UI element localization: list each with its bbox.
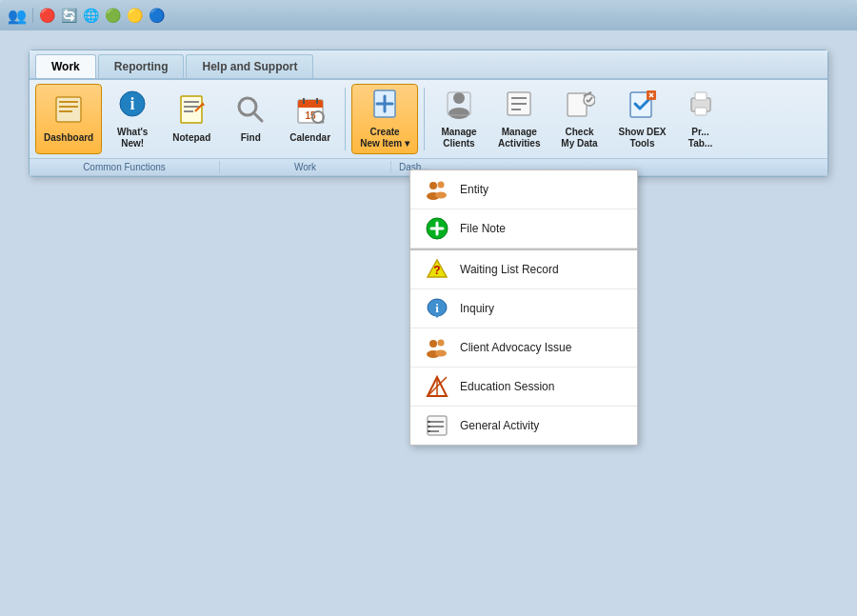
create-new-button[interactable]: CreateNew Item ▾ [351, 84, 418, 154]
dropdown-general-activity[interactable]: General Activity [410, 407, 637, 445]
icon-power[interactable]: 🔴 [39, 8, 55, 23]
create-new-label: CreateNew Item ▾ [360, 127, 409, 149]
manage-clients-label: ManageClients [441, 127, 476, 149]
check-my-data-label: CheckMy Data [561, 127, 597, 149]
dashboard-icon [53, 94, 84, 129]
svg-line-21 [322, 121, 324, 123]
client-advocacy-label: Client Advocacy Issue [460, 341, 571, 354]
toolbar-sep-2 [424, 88, 425, 150]
find-icon [235, 94, 266, 129]
svg-rect-7 [184, 101, 199, 103]
svg-text:i: i [130, 94, 135, 113]
calendar-label: Calendar [289, 132, 330, 144]
tab-help[interactable]: Help and Support [186, 54, 313, 78]
general-activity-icon [426, 414, 448, 437]
file-note-label: File Note [460, 222, 506, 235]
show-dex-tools-label: Show DEXTools [619, 127, 667, 149]
manage-activities-label: ManageActivities [498, 127, 540, 149]
dashboard-label: Dashboard [44, 132, 93, 144]
manage-clients-button[interactable]: ManageClients [430, 84, 488, 154]
svg-point-57 [429, 340, 437, 348]
dropdown-client-advocacy[interactable]: Client Advocacy Issue [410, 328, 637, 368]
create-new-dropdown: Entity File Note ? Waiting List Record [409, 169, 638, 446]
calendar-button[interactable]: 15 Calendar [281, 84, 339, 154]
icon-green[interactable]: 🟢 [105, 8, 121, 23]
svg-rect-32 [568, 93, 587, 116]
section-common: Common Functions [30, 161, 220, 173]
whats-new-label: What'sNew! [117, 127, 148, 149]
svg-rect-43 [695, 92, 707, 100]
dropdown-education-session[interactable]: Education Session [410, 368, 637, 407]
svg-rect-6 [181, 96, 202, 123]
svg-text:i: i [435, 301, 439, 315]
manage-activities-icon [504, 89, 534, 124]
file-note-icon [426, 217, 448, 240]
icon-refresh[interactable]: 🔄 [61, 8, 77, 23]
education-session-label: Education Session [460, 380, 554, 393]
svg-point-59 [438, 340, 445, 347]
inquiry-label: Inquiry [460, 302, 494, 315]
calendar-icon: 15 [295, 94, 326, 129]
notepad-label: Notepad [172, 132, 210, 144]
dropdown-entity[interactable]: Entity [410, 170, 637, 209]
manage-clients-icon [444, 89, 474, 124]
section-work: Work [220, 161, 391, 173]
main-window: Work Reporting Help and Support Dashboar… [29, 50, 828, 177]
title-bar-sep [32, 8, 33, 23]
print-tab-icon [686, 89, 716, 124]
whats-new-button[interactable]: i What'sNew! [104, 84, 161, 154]
tab-bar: Work Reporting Help and Support [30, 50, 827, 80]
dropdown-waiting-list[interactable]: ? Waiting List Record [410, 250, 637, 289]
client-advocacy-icon [426, 336, 448, 359]
find-label: Find [241, 132, 261, 144]
print-tab-label: Pr...Tab... [688, 127, 712, 149]
show-dex-tools-icon [628, 89, 658, 124]
svg-rect-16 [298, 106, 323, 108]
show-dex-tools-button[interactable]: Show DEXTools [610, 84, 675, 154]
notepad-icon [176, 94, 207, 129]
svg-line-13 [254, 113, 262, 121]
entity-label: Entity [460, 183, 488, 196]
svg-rect-2 [59, 106, 78, 108]
notepad-button[interactable]: Notepad [163, 84, 220, 154]
svg-point-26 [448, 108, 469, 119]
svg-rect-9 [184, 110, 193, 112]
manage-activities-button[interactable]: ManageActivities [489, 84, 548, 154]
whats-new-icon: i [117, 89, 148, 124]
svg-rect-1 [59, 101, 78, 103]
dropdown-file-note[interactable]: File Note [410, 209, 637, 248]
toolbar-sep-1 [345, 88, 346, 150]
icon-orange[interactable]: 🟡 [127, 8, 143, 23]
svg-rect-0 [56, 97, 81, 122]
svg-point-48 [435, 192, 447, 199]
inquiry-icon: i [426, 297, 448, 320]
toolbar: Dashboard i What'sNew! [30, 80, 827, 158]
find-button[interactable]: Find [222, 84, 279, 154]
svg-point-60 [435, 350, 447, 357]
svg-point-25 [453, 92, 465, 104]
check-my-data-button[interactable]: CheckMy Data [551, 84, 608, 154]
education-session-icon [426, 375, 448, 398]
waiting-list-icon: ? [426, 258, 448, 281]
svg-rect-3 [59, 110, 72, 112]
print-tab-button[interactable]: Pr...Tab... [677, 84, 725, 154]
entity-icon [426, 178, 448, 201]
svg-point-45 [429, 182, 437, 189]
svg-point-47 [438, 182, 445, 189]
icon-globe[interactable]: 🌐 [83, 8, 99, 23]
create-new-icon [369, 89, 400, 124]
svg-rect-8 [184, 106, 199, 108]
icon-blue[interactable]: 🔵 [149, 8, 165, 23]
tab-work[interactable]: Work [35, 54, 96, 78]
svg-text:?: ? [433, 264, 440, 277]
svg-rect-44 [695, 108, 707, 115]
dashboard-button[interactable]: Dashboard [35, 84, 102, 154]
check-my-data-icon [565, 89, 595, 124]
app-icon: 👥 [8, 7, 27, 25]
dropdown-inquiry[interactable]: i Inquiry [410, 289, 637, 328]
tab-reporting[interactable]: Reporting [98, 54, 185, 78]
waiting-list-label: Waiting List Record [460, 263, 559, 276]
title-bar: 👥 🔴 🔄 🌐 🟢 🟡 🔵 [0, 0, 857, 30]
general-activity-label: General Activity [460, 419, 539, 432]
